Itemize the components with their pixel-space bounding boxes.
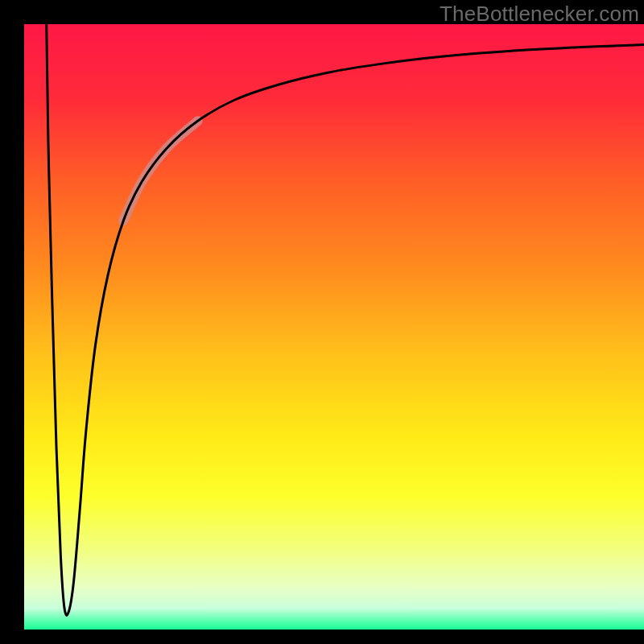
watermark-label: TheBottlenecker.com — [440, 2, 639, 27]
plot-svg — [0, 0, 644, 644]
bottleneck-chart: TheBottlenecker.com — [0, 0, 644, 644]
gradient-panel — [24, 24, 644, 630]
